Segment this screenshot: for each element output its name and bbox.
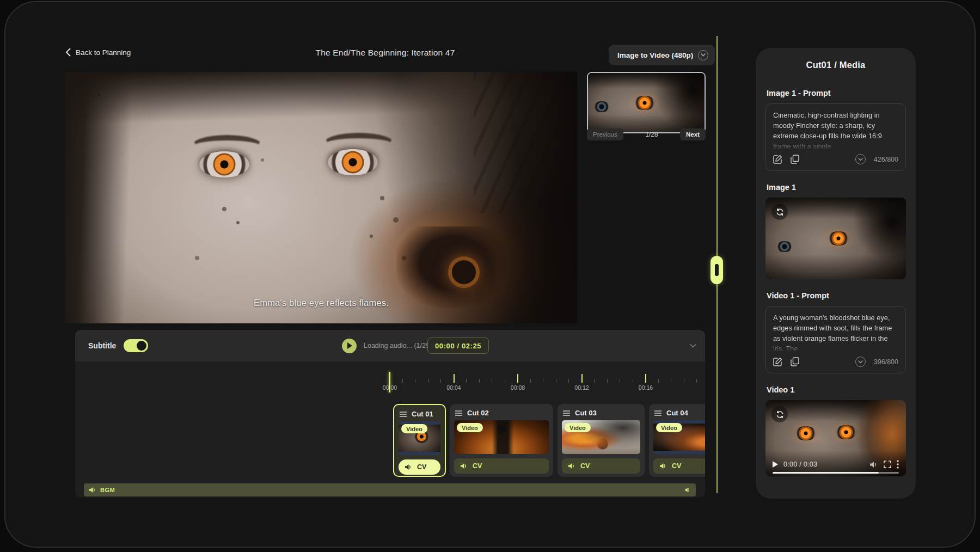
cut-video-thumbnail[interactable]: Video — [653, 420, 705, 454]
cut-video-thumbnail[interactable]: Video — [562, 420, 640, 454]
speaker-icon — [89, 487, 96, 493]
char-counter: 426/800 — [874, 156, 898, 163]
regenerate-icon[interactable] — [771, 406, 788, 422]
ruler-tick-label: 00:00 — [378, 384, 402, 391]
ruler-tick-minor — [696, 379, 697, 383]
ruler-tick-minor — [556, 379, 556, 383]
cut-audio-track[interactable]: CV — [454, 458, 549, 474]
eye-art — [826, 231, 850, 246]
audio-label: CV — [473, 462, 482, 470]
bgm-volume-icon[interactable] — [684, 487, 690, 493]
audio-label: CV — [672, 462, 681, 470]
cut-card-02[interactable]: Cut 02 Video CV — [450, 404, 553, 477]
ruler-tick-major — [517, 374, 518, 383]
frame-counter: 1/28 — [645, 131, 658, 138]
frame-pager: Previous 1/28 Next — [587, 128, 706, 140]
ruler-tick-minor — [402, 379, 403, 383]
drag-handle-icon[interactable] — [455, 410, 462, 416]
tablet-frame: Back to Planning The End/The Beginning: … — [4, 1, 976, 548]
ruler-tick-major — [645, 374, 646, 383]
timeline-ruler[interactable]: 00:0000:0400:0800:1200:16 — [75, 370, 705, 398]
chevron-down-icon — [698, 50, 708, 60]
ruler-tick-label: 00:04 — [442, 384, 466, 391]
panel-resize-handle[interactable] — [710, 256, 723, 284]
image-heading: Image 1 — [767, 183, 906, 192]
ruler-tick-major — [454, 374, 455, 383]
drag-handle-icon[interactable] — [563, 410, 570, 416]
media-panel: Cut01 / Media Image 1 - Prompt Cinematic… — [756, 48, 916, 499]
video-preview[interactable]: Emma's blue eye reflects flames. — [65, 72, 577, 323]
eye-art — [633, 96, 657, 110]
video-progress-bar[interactable] — [773, 472, 899, 474]
bgm-track[interactable]: BGM — [84, 483, 696, 496]
video-prompt-box[interactable]: A young woman's bloodshot blue eye, edge… — [765, 306, 906, 373]
previous-button[interactable]: Previous — [587, 128, 623, 140]
ruler-tick-minor — [492, 379, 492, 383]
bgm-label: BGM — [100, 487, 115, 493]
ruler-tick-minor — [671, 379, 671, 383]
ruler-tick-major — [581, 374, 583, 383]
cut-card-04[interactable]: Cut 04 Video CV — [649, 404, 705, 477]
expand-chevron-icon[interactable] — [855, 357, 866, 367]
cut-card-03[interactable]: Cut 03 Video CV — [558, 404, 645, 477]
toggle-knob — [137, 341, 146, 351]
cut-audio-track[interactable]: CV — [653, 458, 705, 474]
video-prompt-heading: Video 1 - Prompt — [767, 291, 906, 300]
play-icon[interactable] — [773, 461, 778, 468]
expand-chevron-icon[interactable] — [855, 154, 866, 164]
copy-icon[interactable] — [791, 155, 799, 164]
copy-icon[interactable] — [791, 357, 799, 366]
next-button[interactable]: Next — [680, 128, 706, 140]
collapse-chevron-icon[interactable] — [690, 344, 696, 348]
subtitle-toggle[interactable] — [124, 339, 148, 352]
cut-card-01[interactable]: Cut 01 Video CV — [393, 404, 446, 477]
ruler-tick-minor — [543, 379, 543, 383]
mode-select-button[interactable]: Image to Video (480p) — [609, 45, 715, 65]
progress-fill — [773, 472, 879, 474]
subtitle-text: Emma's blue eye reflects flames. — [65, 298, 577, 308]
eye-art — [834, 425, 858, 439]
speaker-icon — [405, 464, 412, 470]
video-controls: 0:00 / 0:03 — [765, 460, 906, 469]
drag-handle-icon[interactable] — [400, 412, 407, 417]
speaker-icon — [660, 463, 667, 469]
image-prompt-text: Cinematic, high-contrast lighting in moo… — [773, 111, 898, 149]
right-eye-art — [328, 149, 378, 175]
cut-audio-track[interactable]: CV — [562, 458, 640, 474]
video-prompt-text: A young woman's bloodshot blue eye, edge… — [773, 313, 898, 351]
video-badge: Video — [565, 423, 591, 432]
ruler-tick-minor — [415, 379, 415, 383]
cut-video-thumbnail[interactable]: Video — [454, 420, 549, 454]
handle-slot — [715, 264, 719, 276]
video-1-player[interactable]: 0:00 / 0:03 — [765, 400, 906, 476]
edit-icon[interactable] — [773, 155, 782, 164]
timeline[interactable]: 00:0000:0400:0800:1200:16 Cut 01 Video C… — [75, 361, 705, 498]
left-eye-art — [199, 151, 249, 177]
panel-title: Cut01 / Media — [765, 60, 906, 70]
audio-label: CV — [417, 463, 426, 471]
drag-handle-icon[interactable] — [654, 410, 661, 416]
image-prompt-box[interactable]: Cinematic, high-contrast lighting in moo… — [765, 103, 906, 171]
image-prompt-heading: Image 1 - Prompt — [767, 89, 906, 97]
frame-thumbnail[interactable] — [587, 72, 706, 133]
ruler-tick-minor — [684, 379, 684, 383]
play-button[interactable] — [342, 339, 357, 353]
cut-audio-track[interactable]: CV — [399, 459, 440, 475]
regenerate-icon[interactable] — [771, 204, 788, 220]
play-icon — [347, 342, 352, 349]
cut-video-thumbnail[interactable]: Video — [399, 421, 440, 455]
video-heading: Video 1 — [767, 385, 906, 394]
ruler-tick-label: 00:12 — [570, 384, 594, 391]
fullscreen-icon[interactable] — [884, 461, 891, 468]
video-badge: Video — [656, 423, 682, 432]
cut-label: Cut 04 — [666, 409, 688, 417]
eye-art — [794, 426, 818, 440]
edit-icon[interactable] — [773, 357, 782, 366]
ruler-tick-minor — [466, 379, 467, 383]
volume-icon[interactable] — [870, 461, 878, 468]
eye-art — [775, 241, 794, 252]
wallpaper-streamers-art — [474, 72, 577, 213]
image-1-media[interactable] — [765, 198, 906, 279]
ruler-tick-minor — [607, 379, 608, 383]
kebab-menu-icon[interactable] — [897, 460, 899, 469]
